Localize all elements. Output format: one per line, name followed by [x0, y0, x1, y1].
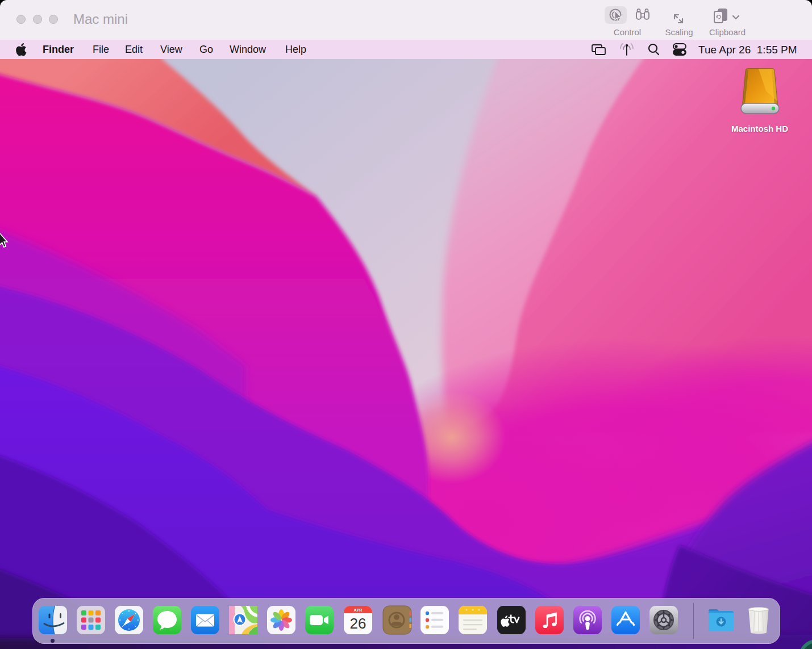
- svg-text:APR: APR: [354, 608, 363, 612]
- svg-text:26: 26: [350, 615, 367, 632]
